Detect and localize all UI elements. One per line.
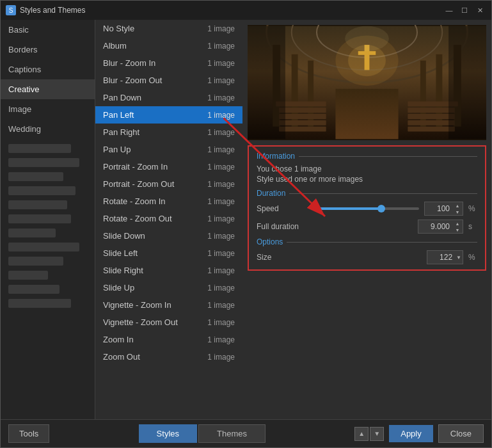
tab-themes[interactable]: Themes	[198, 424, 266, 443]
svg-rect-25	[358, 51, 376, 55]
sidebar-item-basic[interactable]: Basic	[1, 20, 95, 40]
size-dropdown-btn[interactable]: ▼	[455, 250, 463, 264]
style-item-pan-left[interactable]: Pan Left 1 image	[95, 106, 242, 124]
info-line2: Style used one or more images	[257, 175, 477, 184]
titlebar-left: S Styles and Themes	[6, 5, 86, 15]
svg-rect-14	[279, 120, 326, 125]
style-item-no-style[interactable]: No Style 1 image	[95, 20, 242, 37]
close-window-button[interactable]: ✕	[473, 4, 486, 17]
speed-slider-thumb	[377, 205, 385, 212]
nav-arrows: ▲ ▼	[354, 427, 384, 441]
style-item-slide-down[interactable]: Slide Down 1 image	[95, 227, 242, 244]
duration-spin-up[interactable]: ▲	[452, 220, 463, 227]
svg-rect-17	[408, 108, 455, 113]
sidebar-item-creative[interactable]: Creative	[1, 79, 95, 99]
style-item-rotate-zoom-out[interactable]: Rotate - Zoom Out 1 image	[95, 210, 242, 227]
size-input-field: ▼	[427, 250, 463, 264]
minimize-button[interactable]: —	[443, 4, 456, 17]
style-item-rotate-zoom-in[interactable]: Rotate - Zoom In 1 image	[95, 193, 242, 210]
svg-rect-19	[408, 120, 455, 125]
options-section-title: Options	[257, 237, 477, 246]
styles-list: No Style 1 image Album 1 image Blur - Zo…	[95, 20, 242, 419]
style-item-portrait-zoom-in[interactable]: Portrait - Zoom In 1 image	[95, 158, 242, 175]
svg-rect-15	[279, 127, 326, 132]
speed-unit: %	[468, 204, 477, 213]
tab-styles[interactable]: Styles	[139, 424, 197, 443]
style-item-zoom-out[interactable]: Zoom Out 1 image	[95, 348, 242, 365]
duration-spin-down[interactable]: ▼	[452, 227, 463, 233]
tools-button[interactable]: Tools	[8, 424, 49, 443]
duration-spin-buttons: ▲ ▼	[452, 220, 463, 234]
options-size-row: Size ▼ %	[257, 250, 477, 264]
speed-spin-buttons: ▲ ▼	[452, 202, 463, 216]
svg-rect-20	[408, 127, 455, 132]
speed-spin-up[interactable]: ▲	[452, 202, 463, 209]
style-item-pan-down[interactable]: Pan Down 1 image	[95, 89, 242, 106]
duration-section: Duration Speed	[257, 189, 477, 234]
nav-up-arrow[interactable]: ▲	[354, 427, 369, 441]
style-item-vignette-zoom-out[interactable]: Vignette - Zoom Out 1 image	[95, 314, 242, 331]
style-item-pan-right[interactable]: Pan Right 1 image	[95, 124, 242, 141]
maximize-button[interactable]: ☐	[458, 4, 471, 17]
bottom-tabs: Styles Themes	[49, 424, 354, 443]
information-section-title: Information	[257, 152, 477, 161]
style-item-vignette-zoom-in[interactable]: Vignette - Zoom In 1 image	[95, 296, 242, 314]
style-item-slide-left[interactable]: Slide Left 1 image	[95, 244, 242, 262]
info-line1: You chose 1 image	[257, 164, 477, 173]
svg-rect-27	[248, 26, 285, 140]
sidebar: Basic Borders Captions Creative Image We…	[1, 20, 95, 419]
preview-image	[248, 25, 486, 140]
window-title: Styles and Themes	[20, 6, 86, 15]
app-icon: S	[6, 5, 16, 15]
duration-unit: s	[468, 222, 477, 231]
main-window: S Styles and Themes — ☐ ✕ Basic Borders …	[0, 0, 492, 448]
bottom-right: ▲ ▼ Apply Close	[354, 424, 484, 443]
size-input[interactable]	[427, 250, 455, 264]
svg-rect-28	[448, 26, 486, 140]
speed-label: Speed	[257, 204, 314, 213]
style-item-blur-zoom-in[interactable]: Blur - Zoom In 1 image	[95, 54, 242, 72]
svg-rect-21	[335, 89, 398, 140]
sidebar-item-borders[interactable]: Borders	[1, 40, 95, 60]
close-button[interactable]: Close	[438, 424, 484, 443]
speed-spin-down[interactable]: ▼	[452, 209, 463, 215]
style-item-slide-right[interactable]: Slide Right 1 image	[95, 262, 242, 279]
style-item-album[interactable]: Album 1 image	[95, 37, 242, 54]
speed-input[interactable]	[424, 202, 452, 216]
full-duration-row: Full duration ▲ ▼ s	[257, 220, 477, 234]
svg-rect-18	[408, 114, 455, 119]
size-dropdown-icon: ▼	[456, 255, 461, 260]
svg-rect-13	[279, 114, 326, 119]
svg-point-26	[345, 26, 389, 51]
full-duration-label: Full duration	[257, 222, 314, 231]
speed-input-field: ▲ ▼	[424, 202, 463, 216]
size-label: Size	[257, 253, 314, 262]
sidebar-item-captions[interactable]: Captions	[1, 60, 95, 79]
size-unit: %	[468, 253, 477, 262]
svg-rect-12	[279, 108, 326, 113]
apply-button[interactable]: Apply	[389, 425, 433, 442]
duration-input[interactable]	[418, 220, 452, 234]
middle-section: No Style 1 image Album 1 image Blur - Zo…	[95, 20, 491, 419]
nav-down-arrow[interactable]: ▼	[370, 427, 384, 441]
duration-input-field: ▲ ▼	[418, 220, 463, 234]
speed-slider-track	[319, 207, 419, 210]
preview-area	[248, 25, 486, 140]
right-panel: Information You chose 1 image Style used…	[242, 20, 491, 419]
sidebar-item-image[interactable]: Image	[1, 99, 95, 119]
options-section: Options Size ▼ %	[257, 237, 477, 264]
info-panel: Information You chose 1 image Style used…	[248, 145, 486, 271]
sidebar-item-wedding[interactable]: Wedding	[1, 119, 95, 139]
titlebar-controls: — ☐ ✕	[443, 4, 486, 17]
speed-slider-container[interactable]	[319, 203, 419, 214]
main-content: Basic Borders Captions Creative Image We…	[1, 20, 491, 419]
style-item-blur-zoom-out[interactable]: Blur - Zoom Out 1 image	[95, 72, 242, 89]
duration-section-title: Duration	[257, 189, 477, 198]
style-item-zoom-in[interactable]: Zoom In 1 image	[95, 331, 242, 348]
style-item-slide-up[interactable]: Slide Up 1 image	[95, 279, 242, 296]
style-item-pan-up[interactable]: Pan Up 1 image	[95, 141, 242, 158]
speed-slider-fill	[319, 207, 381, 210]
titlebar: S Styles and Themes — ☐ ✕	[1, 1, 491, 20]
style-item-portrait-zoom-out[interactable]: Portrait - Zoom Out 1 image	[95, 175, 242, 193]
bottom-bar: Tools Styles Themes ▲ ▼ Apply Close	[1, 419, 491, 447]
